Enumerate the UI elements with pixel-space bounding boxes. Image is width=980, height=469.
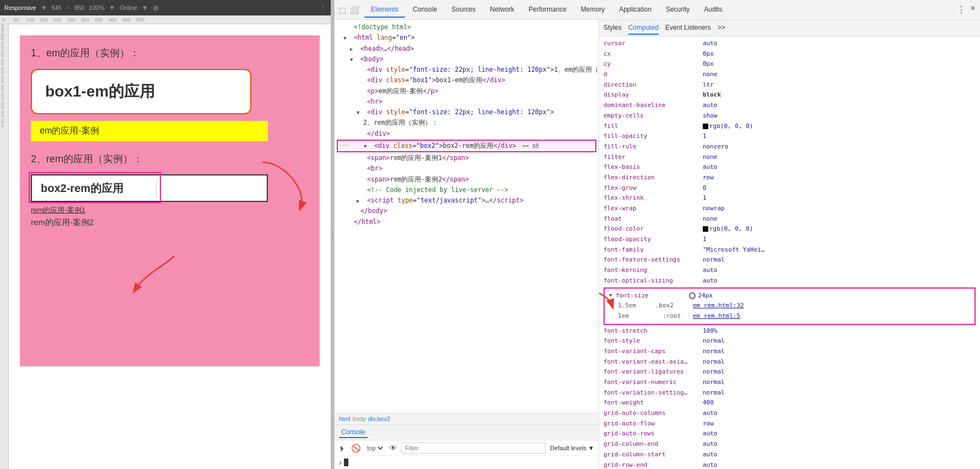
- css-prop-grid-col-start: grid-column-start auto: [604, 450, 976, 460]
- page-body: 1、em的应用（实例）： box1-em的应用 em的应用-案例: [20, 35, 320, 366]
- toolbar-zoom[interactable]: 100%: [89, 4, 104, 11]
- fill-swatch: [703, 124, 708, 129]
- em-case: em的应用-案例: [31, 121, 268, 141]
- console-clear-btn[interactable]: ⏵: [339, 444, 347, 452]
- styles-content: cursor auto cx 0px cy 0px d none directi…: [599, 36, 980, 469]
- toolbar-online[interactable]: Online: [120, 4, 137, 11]
- preview-panel: Responsive ▼ 545 × 850 100% ▼ Online ▼ ⊘…: [0, 0, 331, 469]
- devtools-settings-icon[interactable]: ✕: [970, 4, 976, 15]
- elements-content[interactable]: <!doctype html> <html lang="en"> <head>……: [335, 20, 599, 413]
- console-prompt: ›: [339, 458, 342, 467]
- breadcrumb-div-box2[interactable]: div.box2: [368, 415, 390, 422]
- css-prop-flex-wrap: flex-wrap nowrap: [604, 204, 976, 214]
- css-prop-flood-opacity: flood-opacity 1: [604, 234, 976, 245]
- styles-panel: Styles Computed Event Listeners >> curso…: [599, 20, 980, 469]
- tab-audits[interactable]: Audits: [697, 2, 729, 18]
- css-prop-fill-opacity: fill-opacity 1: [604, 131, 976, 142]
- css-prop-flood-color: flood-color rgb(0, 0, 0): [604, 224, 976, 234]
- el-line-text2: 2、rem的应用（实例）：: [335, 118, 599, 128]
- console-cursor: [344, 459, 348, 466]
- el-line-html-close[interactable]: </html>: [335, 217, 599, 227]
- css-prop-dominant-baseline: dominant-baseline auto: [604, 100, 976, 111]
- css-prop-font-kerning: font-kerning auto: [604, 265, 976, 276]
- tab-elements[interactable]: Elements: [364, 2, 405, 18]
- css-prop-empty-cells: empty-cells show: [604, 111, 976, 121]
- tab-security[interactable]: Security: [659, 2, 696, 18]
- toolbar-responsive[interactable]: Responsive: [4, 4, 36, 11]
- styles-tab-event-listeners[interactable]: Event Listeners: [665, 22, 711, 35]
- tab-memory[interactable]: Memory: [574, 2, 611, 18]
- el-line-head[interactable]: <head>…</head>: [335, 44, 599, 54]
- console-tab-console[interactable]: Console: [339, 427, 368, 438]
- console-levels-label[interactable]: Default levels ▼: [550, 445, 594, 451]
- el-line-p[interactable]: <p>em的应用-案例</p>: [335, 86, 599, 97]
- font-size-link2[interactable]: em rem.html:5: [693, 311, 740, 322]
- el-line-box1[interactable]: <div class="box1">box1-em的应用</div>: [335, 75, 599, 86]
- devtools-tabs: ⬚ ⬜ Elements Console Sources Network Per…: [335, 0, 980, 20]
- devtools-cursor-icon[interactable]: ⬚: [339, 6, 346, 14]
- font-size-link1[interactable]: em rem.html:32: [693, 301, 744, 311]
- el-line-script[interactable]: <script type="text/javascript">…</script…: [335, 195, 599, 206]
- el-line-body-close[interactable]: </body>: [335, 206, 599, 216]
- el-line-hr[interactable]: <hr>: [335, 97, 599, 107]
- el-line-comment[interactable]: <!-- Code injected by live-server -->: [335, 185, 599, 195]
- console-ban-btn[interactable]: 🚫: [351, 444, 360, 452]
- css-prop-font-family: font-family "Microsoft YaHei…: [604, 245, 976, 255]
- console-input-row: ›: [335, 456, 599, 469]
- css-prop-float: float none: [604, 214, 976, 225]
- el-line-body[interactable]: <body>: [335, 54, 599, 65]
- console-eye-btn[interactable]: 👁: [389, 444, 397, 452]
- tab-network[interactable]: Network: [483, 2, 521, 18]
- styles-tab-more[interactable]: >>: [718, 22, 725, 35]
- el-line-span1[interactable]: <span>rem的应用-案例1</span>: [335, 153, 599, 163]
- el-line-closediv[interactable]: </div>: [335, 129, 599, 139]
- el-line-br[interactable]: <br>: [335, 163, 599, 174]
- styles-tab-styles[interactable]: Styles: [604, 22, 622, 35]
- font-size-sub2: 1em :root em rem.html:5: [609, 311, 970, 322]
- styles-tabs: Styles Computed Event Listeners >>: [599, 20, 980, 36]
- devtools-toolbar: Responsive ▼ 545 × 850 100% ▼ Online ▼ ⊘…: [0, 0, 331, 15]
- el-equals-sign: == $0: [522, 143, 539, 149]
- css-prop-grid-auto-rows: grid-auto-rows auto: [604, 429, 976, 439]
- toolbar-dots[interactable]: ⋮: [320, 4, 326, 12]
- styles-tab-computed[interactable]: Computed: [628, 22, 659, 35]
- css-prop-font-style: font-style normal: [604, 336, 976, 347]
- box2: box2-rem的应用: [31, 174, 268, 202]
- ruler-horizontal: 0 50 100 150 200 250 300 350 400 450 500: [0, 15, 331, 24]
- el-line-doctype[interactable]: <!doctype html>: [335, 22, 599, 33]
- devtools-panel: ⬚ ⬜ Elements Console Sources Network Per…: [334, 0, 980, 469]
- elements-breadcrumb: html body div.box2: [335, 413, 599, 425]
- box2-label: box2-rem的应用: [41, 181, 157, 196]
- breadcrumb-html[interactable]: html: [339, 415, 351, 422]
- tab-sources[interactable]: Sources: [445, 2, 482, 18]
- console-filter-input[interactable]: [401, 443, 546, 454]
- css-prop-font-variant-caps: font-variant-caps normal: [604, 347, 976, 357]
- devtools-inspector-icon[interactable]: ⬜: [349, 6, 359, 14]
- tab-performance[interactable]: Performance: [522, 2, 573, 18]
- css-prop-flex-direction: flex-direction row: [604, 173, 976, 183]
- rem-case2: rem的应用-案例2: [31, 217, 309, 228]
- css-prop-display: display block: [604, 90, 976, 100]
- css-prop-font-weight: font-weight 400: [604, 398, 976, 408]
- css-prop-grid-col-end: grid-column-end auto: [604, 439, 976, 450]
- font-size-sub1: 1.5em .box2 em rem.html:32: [609, 301, 970, 311]
- preview-content: 0 50 100 150 200 250 300 350 400 450 500…: [0, 24, 331, 469]
- tab-console[interactable]: Console: [406, 2, 444, 18]
- console-context-select[interactable]: top: [365, 444, 385, 452]
- console-tabs: Console: [335, 425, 599, 440]
- el-line-div-style1[interactable]: <div style="font-size: 22px; line-height…: [335, 65, 599, 75]
- el-line-html[interactable]: <html lang="en">: [335, 33, 599, 43]
- el-line-div-style2[interactable]: <div style="font-size: 22px; line-height…: [335, 107, 599, 118]
- el-line-box2[interactable]: ··· <div class="box2">box2-rem的应用</div> …: [337, 140, 596, 152]
- no-throttle-icon: ⊘: [153, 4, 159, 12]
- css-prop-grid-auto-flow: grid-auto-flow row: [604, 419, 976, 429]
- css-prop-cursor: cursor auto: [604, 39, 976, 49]
- tab-application[interactable]: Application: [612, 2, 658, 18]
- el-dots: ···: [339, 141, 349, 150]
- elements-panel: <!doctype html> <html lang="en"> <head>……: [335, 20, 599, 469]
- page-frame: 1、em的应用（实例）： box1-em的应用 em的应用-案例: [9, 24, 331, 469]
- css-prop-font-feature: font-feature-settings normal: [604, 255, 976, 265]
- devtools-body: <!doctype html> <html lang="en"> <head>……: [335, 20, 980, 469]
- devtools-more-icon[interactable]: ⋮: [957, 4, 966, 15]
- el-line-span2[interactable]: <span>rem的应用-案例2</span>: [335, 174, 599, 185]
